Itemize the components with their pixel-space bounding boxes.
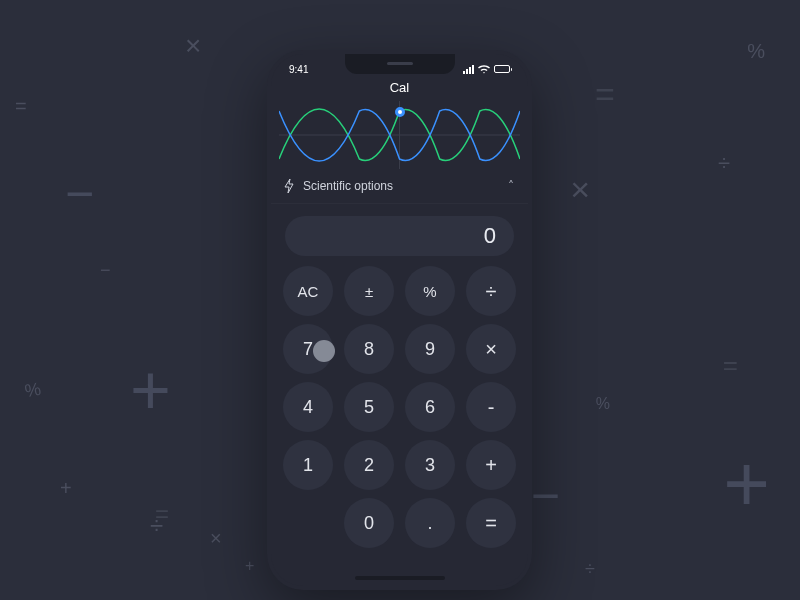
keypad: AC ± % ÷ 7 8 9 × 4 5 6 - 1 (271, 266, 528, 570)
notch (345, 54, 455, 74)
bg-minus-icon: − (531, 467, 560, 525)
bg-plus-icon: + (723, 438, 770, 530)
key-plus-minus[interactable]: ± (344, 266, 394, 316)
bg-plus-icon: + (245, 557, 254, 575)
bg-divide-icon: ÷ (718, 150, 730, 176)
key-2[interactable]: 2 (344, 440, 394, 490)
app-title: Cal (271, 78, 528, 101)
bg-plus-icon: + (60, 477, 72, 500)
home-indicator[interactable] (355, 576, 445, 580)
key-5[interactable]: 5 (344, 382, 394, 432)
bg-percent-icon: % (23, 379, 42, 402)
bg-multiply-icon: × (570, 170, 590, 209)
key-percent[interactable]: % (405, 266, 455, 316)
calculator-display: 0 (285, 216, 514, 256)
key-divide[interactable]: ÷ (466, 266, 516, 316)
scientific-options-label: Scientific options (303, 179, 393, 193)
graph-point-handle[interactable] (395, 107, 405, 117)
display-value: 0 (484, 223, 496, 249)
bg-minus-icon: − (100, 260, 111, 281)
key-ac[interactable]: AC (283, 266, 333, 316)
phone-screen: 9:41 Cal Scientific options ˄ (271, 54, 528, 586)
key-multiply[interactable]: × (466, 324, 516, 374)
bg-minus-icon: − (65, 165, 94, 223)
touch-highlight (313, 340, 335, 362)
chevron-up-icon: ˄ (508, 179, 514, 193)
key-subtract[interactable]: - (466, 382, 516, 432)
bg-divide-icon: ÷ (150, 512, 163, 540)
bg-divide-icon: ÷ (585, 559, 595, 580)
status-time: 9:41 (289, 64, 308, 75)
key-add[interactable]: + (466, 440, 516, 490)
bg-multiply-icon: × (185, 30, 201, 62)
lightning-icon (283, 179, 295, 193)
key-equals[interactable]: = (466, 498, 516, 548)
key-decimal[interactable]: . (405, 498, 455, 548)
key-1[interactable]: 1 (283, 440, 333, 490)
bg-percent-icon: % (596, 395, 610, 413)
key-4[interactable]: 4 (283, 382, 333, 432)
bg-equals-icon: = (15, 95, 24, 118)
bg-multiply-icon: × (210, 527, 222, 550)
key-8[interactable]: 8 (344, 324, 394, 374)
signal-icon (463, 65, 474, 74)
key-0[interactable]: 0 (344, 498, 394, 548)
battery-icon (494, 65, 510, 73)
scientific-options-toggle[interactable]: Scientific options ˄ (271, 169, 528, 204)
status-indicators (463, 65, 510, 74)
key-6[interactable]: 6 (405, 382, 455, 432)
key-3[interactable]: 3 (405, 440, 455, 490)
key-7[interactable]: 7 (283, 324, 333, 374)
key-7-label: 7 (303, 339, 313, 360)
key-9[interactable]: 9 (405, 324, 455, 374)
phone-frame: 9:41 Cal Scientific options ˄ (267, 50, 532, 590)
bg-plus-icon: + (130, 350, 171, 430)
bg-equals-icon: = (595, 75, 610, 114)
wifi-icon (478, 65, 490, 74)
bg-equals-icon: = (723, 350, 735, 381)
bg-percent-icon: % (747, 40, 765, 63)
graph-area[interactable] (279, 101, 520, 169)
